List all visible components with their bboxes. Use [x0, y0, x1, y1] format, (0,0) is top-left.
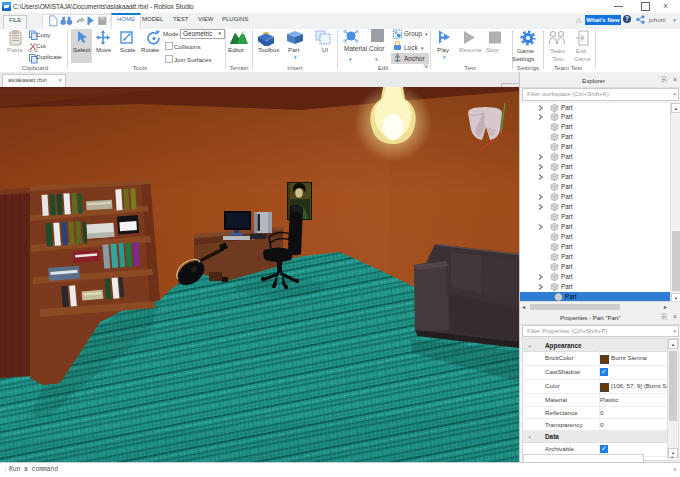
- svg-text:▾: ▾: [349, 56, 352, 62]
- svg-text:▾: ▾: [425, 31, 428, 37]
- svg-text:Anchor: Anchor: [404, 55, 425, 62]
- svg-text:Lock: Lock: [404, 44, 418, 51]
- svg-text:▾: ▾: [421, 45, 424, 51]
- svg-text:Material: Material: [344, 45, 368, 52]
- svg-text:Group: Group: [404, 30, 422, 38]
- svg-text:Color: Color: [369, 45, 385, 52]
- svg-text:▾: ▾: [375, 56, 378, 62]
